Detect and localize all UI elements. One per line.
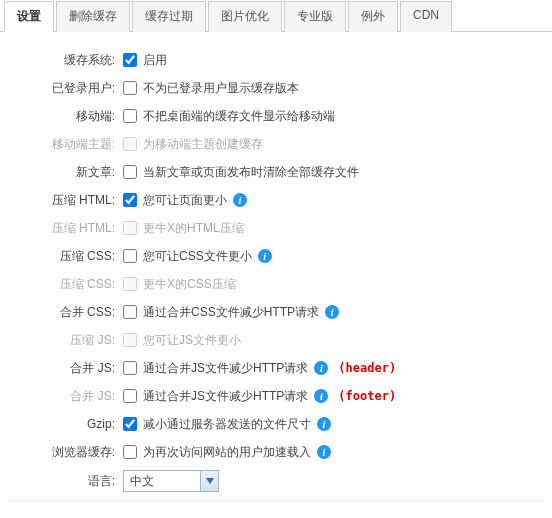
tabs-bar: 设置 删除缓存 缓存过期 图片优化 专业版 例外 CDN xyxy=(0,0,552,32)
mobile-theme-text: 为移动端主题创建缓存 xyxy=(143,136,263,153)
gzip-checkbox[interactable] xyxy=(123,417,137,431)
compress-css-label: 压缩 CSS: xyxy=(8,248,123,265)
combine-css-label: 合并 CSS: xyxy=(8,304,123,321)
compress-js-label: 压缩 JS: xyxy=(8,332,123,349)
compress-css-checkbox[interactable] xyxy=(123,249,137,263)
combine-css-checkbox[interactable] xyxy=(123,305,137,319)
cache-system-text: 启用 xyxy=(143,52,167,69)
browser-cache-checkbox[interactable] xyxy=(123,445,137,459)
compress-css2-label: 压缩 CSS: xyxy=(8,276,123,293)
compress-html-label: 压缩 HTML: xyxy=(8,192,123,209)
tab-cdn[interactable]: CDN xyxy=(400,1,452,32)
gzip-text: 减小通过服务器发送的文件尺寸 xyxy=(143,416,311,433)
language-label: 语言: xyxy=(8,473,123,490)
compress-html2-label: 压缩 HTML: xyxy=(8,220,123,237)
logged-in-checkbox[interactable] xyxy=(123,81,137,95)
compress-css-text: 您可让CSS文件更小 xyxy=(143,248,252,265)
combine-js-footer-label: 合并 JS: xyxy=(8,388,123,405)
tab-image-opt[interactable]: 图片优化 xyxy=(208,1,282,32)
compress-css2-text: 更牛X的CSS压缩 xyxy=(143,276,236,293)
browser-cache-label: 浏览器缓存: xyxy=(8,444,123,461)
mobile-text: 不把桌面端的缓存文件显示给移动端 xyxy=(143,108,335,125)
compress-html2-checkbox xyxy=(123,221,137,235)
tab-exception[interactable]: 例外 xyxy=(348,1,398,32)
new-post-checkbox[interactable] xyxy=(123,165,137,179)
combine-js-footer-checkbox[interactable] xyxy=(123,389,137,403)
chevron-down-icon xyxy=(200,471,218,491)
new-post-label: 新文章: xyxy=(8,164,123,181)
mobile-checkbox[interactable] xyxy=(123,109,137,123)
compress-js-text: 您可让JS文件更小 xyxy=(143,332,241,349)
combine-js-header-suffix: (header) xyxy=(338,361,396,375)
info-icon[interactable]: i xyxy=(258,249,272,263)
compress-js-checkbox xyxy=(123,333,137,347)
compress-html-text: 您可让页面更小 xyxy=(143,192,227,209)
combine-js-header-label: 合并 JS: xyxy=(8,360,123,377)
info-icon[interactable]: i xyxy=(314,389,328,403)
mobile-label: 移动端: xyxy=(8,108,123,125)
browser-cache-text: 为再次访问网站的用户加速载入 xyxy=(143,444,311,461)
settings-panel: 缓存系统: 启用 已登录用户: 不为已登录用户显示缓存版本 移动端: 不把桌面端… xyxy=(0,32,552,518)
info-icon[interactable]: i xyxy=(314,361,328,375)
combine-js-footer-suffix: (footer) xyxy=(338,389,396,403)
language-value: 中文 xyxy=(124,473,200,490)
tab-settings[interactable]: 设置 xyxy=(4,1,54,32)
info-icon[interactable]: i xyxy=(233,193,247,207)
language-select[interactable]: 中文 xyxy=(123,470,219,492)
info-icon[interactable]: i xyxy=(317,417,331,431)
combine-js-footer-text: 通过合并JS文件减少HTTP请求 xyxy=(143,388,308,405)
compress-css2-checkbox xyxy=(123,277,137,291)
compress-html2-text: 更牛X的HTML压缩 xyxy=(143,220,244,237)
compress-html-checkbox[interactable] xyxy=(123,193,137,207)
cache-system-label: 缓存系统: xyxy=(8,52,123,69)
mobile-theme-checkbox xyxy=(123,137,137,151)
combine-js-header-text: 通过合并JS文件减少HTTP请求 xyxy=(143,360,308,377)
divider xyxy=(8,500,544,501)
gzip-label: Gzip: xyxy=(8,417,123,431)
logged-in-text: 不为已登录用户显示缓存版本 xyxy=(143,80,299,97)
tab-cache-expire[interactable]: 缓存过期 xyxy=(132,1,206,32)
combine-js-header-checkbox[interactable] xyxy=(123,361,137,375)
new-post-text: 当新文章或页面发布时清除全部缓存文件 xyxy=(143,164,359,181)
tab-delete-cache[interactable]: 删除缓存 xyxy=(56,1,130,32)
combine-css-text: 通过合并CSS文件减少HTTP请求 xyxy=(143,304,319,321)
cache-system-checkbox[interactable] xyxy=(123,53,137,67)
info-icon[interactable]: i xyxy=(317,445,331,459)
mobile-theme-label: 移动端主题: xyxy=(8,136,123,153)
info-icon[interactable]: i xyxy=(325,305,339,319)
tab-pro[interactable]: 专业版 xyxy=(284,1,346,32)
logged-in-label: 已登录用户: xyxy=(8,80,123,97)
